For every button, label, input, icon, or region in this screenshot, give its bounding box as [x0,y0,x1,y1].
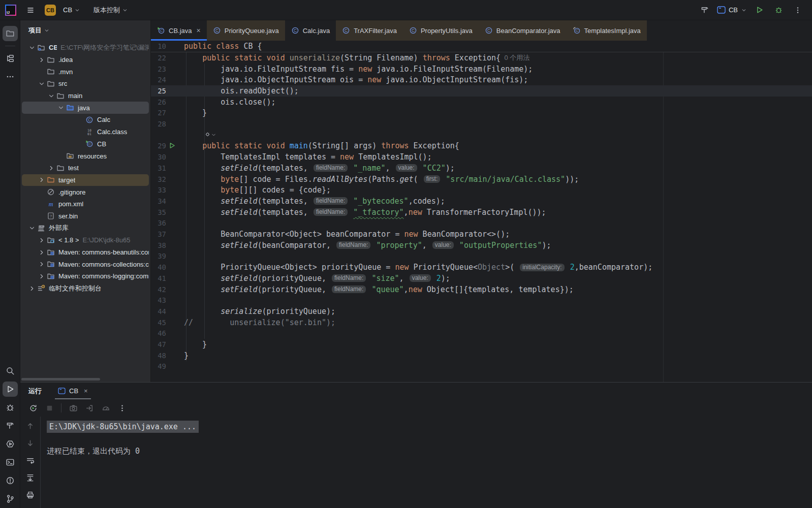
tree-item-label: CB [97,140,106,148]
chevron-right-icon [48,165,55,172]
tree-item-resources[interactable]: resources [22,150,149,162]
tab-calc.java[interactable]: CCalc.java [285,20,336,41]
more-actions-button[interactable] [791,3,805,17]
close-icon[interactable]: × [84,387,88,395]
tree-item-calc[interactable]: CCalc [22,114,149,126]
tree-item-test[interactable]: test [22,162,149,174]
chevron-down-icon[interactable] [46,92,56,100]
code-segment: new [395,263,409,272]
code-line-33: 33 byte[][] codes = {code}; [151,184,812,196]
tab-beancomparator.java[interactable]: CBeanComparator.java [479,20,567,41]
scroll-to-end-button[interactable] [26,473,35,484]
tree-item-.gitignore[interactable]: .gitignore [22,186,149,198]
tab-propertyutils.java[interactable]: CPropertyUtils.java [403,20,479,41]
tree-item-java[interactable]: java [22,102,149,114]
chevron-right-icon[interactable] [37,176,46,183]
chevron-right-icon [38,176,45,183]
code-segment: [][] codes = {code}; [239,185,331,195]
sticky-line[interactable]: 10public class CB { [151,41,812,52]
build-project-button[interactable] [698,3,712,17]
tab-priorityqueue.java[interactable]: CPriorityQueue.java [207,20,285,41]
code-line-28: 28 [151,118,812,130]
tree-item-label: Maven: commons-logging:comm [58,272,149,280]
close-icon[interactable]: × [197,26,201,35]
tree-item-calc.class[interactable]: 1001Calc.class [22,126,149,138]
print-button[interactable] [26,491,35,501]
tree-item-main[interactable]: main [22,90,149,102]
tree-item-<1.8>[interactable]: < 1.8 >E:\JDK\jdk-8u65 [22,234,149,246]
tree-item-[interactable]: 外部库 [22,222,149,234]
code-segment [184,175,221,184]
chevron-down-icon[interactable] [27,44,37,51]
rerun-button[interactable] [26,401,40,415]
thread-dump-button[interactable] [67,401,80,415]
tree-item-.idea[interactable]: .idea [22,54,149,66]
run-tool-button[interactable] [3,382,18,397]
code-line-34: 34 setField(templates, fieldName: "_byte… [151,196,812,207]
tab-traxfilter.java[interactable]: CTrAXFilter.java [336,20,403,41]
debug-button[interactable] [771,3,786,17]
chevron-right-icon[interactable] [37,56,46,64]
build-tool-button[interactable] [3,418,18,433]
stop-button[interactable] [43,401,56,415]
attach-debugger-button[interactable] [83,401,96,415]
chevron-right-icon[interactable] [37,249,46,256]
main-menu-button[interactable] [23,3,38,17]
line-number: 42 [151,285,166,294]
run-tab[interactable]: CB × [55,383,91,399]
run-main-gutter-button[interactable] [168,142,176,151]
tree-item-.mvn[interactable]: .mvn [22,66,149,78]
tree-item-mavencommonsbeanutilscomm[interactable]: Maven: commons-beanutils:comm [22,246,149,259]
class-key-icon: C [573,26,581,35]
more-options-button[interactable] [115,401,129,415]
run-button[interactable] [752,3,766,17]
console-output: E:\JDK\jdk-8u65\bin\java.exe ... 进程已结束，退… [41,417,812,508]
chevron-down-icon[interactable] [37,80,46,87]
chevron-down-icon[interactable] [56,104,66,111]
tree-item-cb[interactable]: CBE:\CTF\网络安全学习笔记\漏洞\Jav [22,42,149,54]
structure-tool-button[interactable] [3,51,18,66]
svg-text:C: C [412,28,415,33]
chevron-right-icon[interactable] [46,165,56,172]
chevron-right-icon[interactable] [27,285,37,292]
prev-occurrence-button[interactable] [26,422,35,432]
code-segment: Exception{ [409,141,459,150]
chevron-down-icon[interactable] [27,225,37,232]
chevron-right-icon[interactable] [37,237,46,244]
class-icon: C [85,116,93,124]
services-tool-button[interactable] [3,436,18,452]
more-tool-windows-button[interactable] [3,69,18,84]
project-panel-hscrollbar[interactable] [21,378,100,380]
annotation-actions-widget[interactable] [204,131,216,140]
project-tool-button[interactable] [3,26,18,41]
soft-wrap-button[interactable] [26,456,35,467]
next-occurrence-button[interactable] [26,439,35,450]
search-everywhere-button[interactable] [3,363,18,378]
tree-item-src[interactable]: src [22,78,149,90]
tree-item-target[interactable]: target [22,174,149,186]
svg-text:C: C [294,28,297,33]
problems-tool-button[interactable] [3,473,18,488]
code-segment: "queue" [371,285,403,294]
profiler-button[interactable] [99,401,112,415]
tree-item-[interactable]: 临时文件和控制台 [22,282,149,295]
terminal-tool-button[interactable] [3,455,18,470]
class-run-icon: C [157,26,165,35]
tree-item-cb[interactable]: CCB [22,138,149,150]
chevron-right-icon[interactable] [37,273,46,280]
tree-item-mavencommonscollectionscor[interactable]: Maven: commons-collections:cor [22,258,149,270]
code-editor[interactable]: 10public class CB {22 public static void… [151,41,812,382]
tree-item-pom.xml[interactable]: mpom.xml [22,198,149,210]
vcs-widget[interactable]: 版本控制 [93,6,128,15]
run-configuration-selector[interactable]: CB [717,6,747,14]
project-selector[interactable]: CB [63,6,80,14]
tree-item-ser.bin[interactable]: ?ser.bin [22,210,149,223]
debug-tool-button[interactable] [3,400,18,415]
tab-cb.java[interactable]: CCB.java× [151,20,207,41]
project-panel-header[interactable]: 项目 [20,20,150,41]
code-segment [184,185,221,195]
tree-item-mavencommonsloggingcomm[interactable]: Maven: commons-logging:comm [22,270,149,282]
chevron-right-icon[interactable] [37,261,46,268]
version-control-tool-button[interactable] [3,491,18,506]
tab-templatesimpl.java[interactable]: CTemplatesImpl.java [567,20,647,41]
